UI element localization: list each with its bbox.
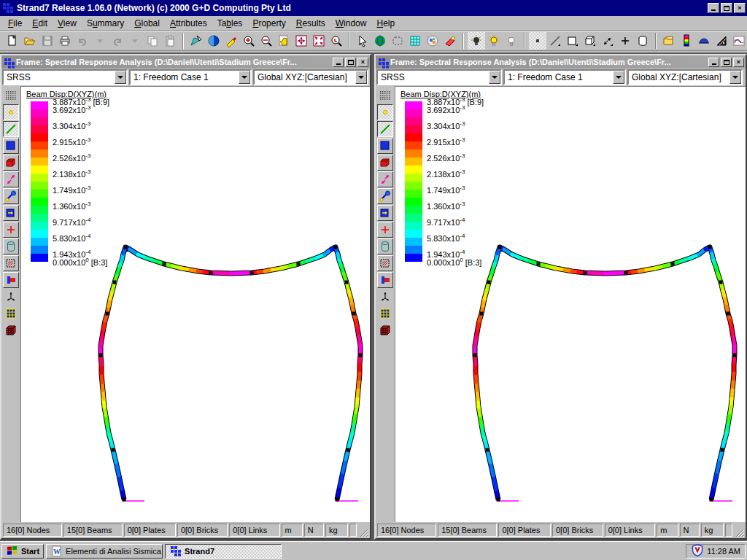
save-button[interactable] xyxy=(39,32,56,50)
light-on-button[interactable] xyxy=(468,32,485,50)
plate-select-tool[interactable] xyxy=(3,138,19,154)
handle-dots-tool[interactable] xyxy=(377,88,393,104)
antivirus-shield-icon[interactable] xyxy=(691,544,704,559)
model-viewport[interactable]: Beam Disp:D(XYZ)(m)3.887x10-3 [B:9]3.692… xyxy=(20,86,370,522)
select-grid-button[interactable] xyxy=(406,32,424,50)
zoom-in-button[interactable] xyxy=(240,32,258,50)
axis-combo[interactable]: Global XYZ:[Cartesian] xyxy=(627,69,743,85)
cross-marker-tool[interactable] xyxy=(377,222,393,238)
menu-help[interactable]: Help xyxy=(371,17,400,30)
menu-view[interactable]: View xyxy=(53,17,82,30)
child-title-bar[interactable]: Frame: Spectral Response Analysis (D:\Da… xyxy=(376,55,746,69)
region-select-tool[interactable] xyxy=(377,255,393,271)
cylinder-marker-tool[interactable] xyxy=(3,238,19,254)
eraser-button[interactable] xyxy=(441,32,459,50)
menu-property[interactable]: Property xyxy=(247,17,290,30)
combination-combo[interactable]: SRSS xyxy=(2,69,128,85)
globe-button[interactable] xyxy=(371,32,389,50)
menu-summary[interactable]: Summary xyxy=(82,17,129,30)
close-button[interactable]: × xyxy=(734,3,746,13)
face-select-tool[interactable] xyxy=(377,205,393,221)
child-maximize-button[interactable] xyxy=(721,58,732,67)
contour-bar-button[interactable] xyxy=(678,32,695,50)
menu-tables[interactable]: Tables xyxy=(212,17,248,30)
new-file-button[interactable] xyxy=(4,32,21,50)
print-button[interactable] xyxy=(56,32,74,50)
model-viewport[interactable]: Beam Disp:D(XYZ)(m)3.887x10-3 [B:9]3.692… xyxy=(395,86,746,522)
paste-button[interactable] xyxy=(161,32,179,50)
combo-dropdown-button[interactable] xyxy=(355,71,367,84)
child-close-button[interactable]: × xyxy=(733,58,744,67)
move-tool-button[interactable] xyxy=(599,32,616,50)
protractor-button[interactable] xyxy=(713,32,730,50)
cross-marker-tool[interactable] xyxy=(3,222,19,238)
menu-attributes[interactable]: Attributes xyxy=(165,17,212,30)
axis-combo[interactable]: Global XYZ:[Cartesian] xyxy=(253,69,368,85)
select-group-button[interactable] xyxy=(424,32,441,50)
zoom-out-all-button[interactable] xyxy=(293,32,310,50)
combo-dropdown-button[interactable] xyxy=(115,71,126,84)
main-title-bar[interactable]: Strand7 Release 1.06.0 (Network) (c) 200… xyxy=(0,0,747,16)
maximize-button[interactable] xyxy=(721,3,732,13)
sphere-view-button[interactable] xyxy=(205,32,222,50)
beam-select-tool[interactable] xyxy=(3,121,19,137)
task-strand7[interactable]: Strand7 xyxy=(165,544,282,559)
beam-section-tool[interactable] xyxy=(3,272,19,288)
combo-dropdown-button[interactable] xyxy=(613,71,624,84)
child-title-bar[interactable]: Frame: Spectral Response Analysis (D:\Da… xyxy=(1,55,370,69)
vertex-select-tool[interactable] xyxy=(377,188,393,204)
grid-marker-tool[interactable] xyxy=(377,306,393,322)
node-select-tool[interactable] xyxy=(377,104,393,120)
resize-grip[interactable] xyxy=(734,527,744,537)
vertex-select-tool[interactable] xyxy=(3,188,19,204)
add-tool-button[interactable] xyxy=(616,32,634,50)
combination-combo[interactable]: SRSS xyxy=(376,69,502,85)
redo-dropdown-button[interactable] xyxy=(126,32,144,50)
light-bulb-yellow-button[interactable] xyxy=(485,32,503,50)
draw-beam-button[interactable] xyxy=(546,32,564,50)
menu-window[interactable]: Window xyxy=(330,17,372,30)
menu-file[interactable]: File xyxy=(3,17,27,30)
start-button[interactable]: Start xyxy=(1,544,44,559)
grid-marker-tool[interactable] xyxy=(3,306,19,322)
menu-edit[interactable]: Edit xyxy=(27,17,53,30)
task-elementi-di-analisi-sismica[interactable]: WElementi di Analisi Sismica... xyxy=(46,544,163,559)
draw-plate-button[interactable] xyxy=(564,32,581,50)
menu-global[interactable]: Global xyxy=(129,17,165,30)
link-select-tool[interactable] xyxy=(377,171,393,187)
redo-button[interactable] xyxy=(109,32,126,50)
open-folder-button[interactable] xyxy=(21,32,39,50)
beam-select-tool[interactable] xyxy=(377,121,393,137)
child-close-button[interactable]: × xyxy=(357,58,368,67)
minimize-button[interactable] xyxy=(708,3,719,13)
child-maximize-button[interactable] xyxy=(345,58,356,67)
handle-dots-tool[interactable] xyxy=(3,88,19,104)
graph-tool-button[interactable] xyxy=(730,32,747,50)
node-select-tool[interactable] xyxy=(3,104,19,120)
combo-dropdown-button[interactable] xyxy=(729,71,741,84)
undo-button[interactable] xyxy=(74,32,91,50)
light-bulb-white-button[interactable] xyxy=(503,32,520,50)
case-combo[interactable]: 1: Freedom Case 1 xyxy=(503,69,626,85)
resize-grip[interactable] xyxy=(358,527,368,537)
child-minimize-button[interactable] xyxy=(708,58,719,67)
zoom-select-button[interactable] xyxy=(328,32,345,50)
zoom-out-button[interactable] xyxy=(258,32,275,50)
link-select-tool[interactable] xyxy=(3,171,19,187)
child-minimize-button[interactable] xyxy=(333,58,344,67)
region-select-tool[interactable] xyxy=(3,255,19,271)
copy-button[interactable] xyxy=(144,32,161,50)
draw-brick-button[interactable] xyxy=(581,32,599,50)
select-lasso-button[interactable] xyxy=(389,32,406,50)
dome-tool-button[interactable] xyxy=(695,32,713,50)
axes-marker-tool[interactable] xyxy=(3,289,19,305)
draw-node-button[interactable] xyxy=(529,32,546,50)
zoom-extents-button[interactable] xyxy=(310,32,328,50)
cylinder-tool-button[interactable] xyxy=(634,32,651,50)
combo-dropdown-button[interactable] xyxy=(239,71,250,84)
cylinder-marker-tool[interactable] xyxy=(377,238,393,254)
pan-hand-button[interactable] xyxy=(275,32,293,50)
pointer-button[interactable] xyxy=(354,32,371,50)
layers-button[interactable] xyxy=(660,32,678,50)
axes-marker-tool[interactable] xyxy=(377,289,393,305)
